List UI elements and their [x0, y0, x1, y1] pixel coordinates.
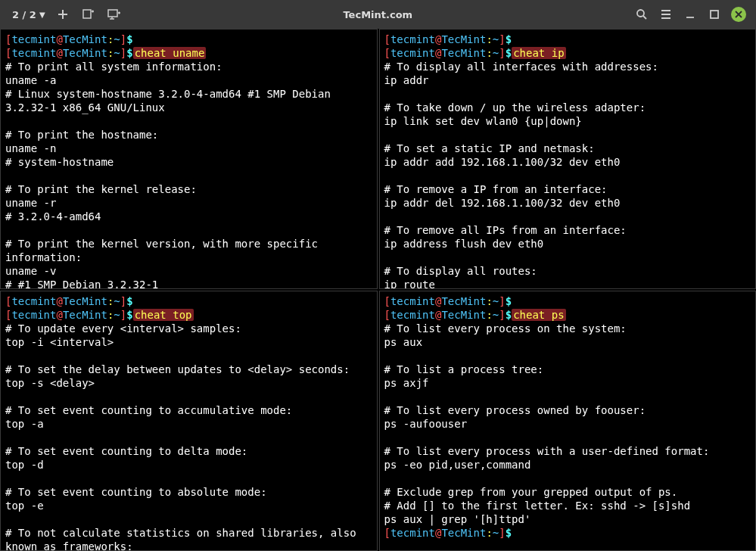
titlebar-right-group [630, 3, 750, 26]
window-title: TecMint.com [126, 9, 630, 20]
maximize-button[interactable] [703, 3, 726, 26]
terminal-pane-grid: [tecmint@TecMint:~]$ [tecmint@TecMint:~]… [0, 29, 756, 551]
svg-rect-0 [83, 10, 91, 18]
titlebar-left-group: 2 / 2 ▼ [6, 3, 126, 26]
close-button[interactable] [727, 3, 750, 26]
search-icon[interactable] [630, 3, 653, 26]
terminal-pane-top-right[interactable]: [tecmint@TecMint:~]$ [tecmint@TecMint:~]… [379, 29, 757, 289]
broadcast-icon[interactable] [103, 3, 126, 26]
tab-indicator[interactable]: 2 / 2 ▼ [6, 9, 48, 20]
menu-icon[interactable] [655, 3, 677, 26]
terminal-pane-top-left[interactable]: [tecmint@TecMint:~]$ [tecmint@TecMint:~]… [0, 29, 378, 289]
tab-count-text: 2 / 2 [12, 9, 36, 20]
new-window-icon[interactable] [77, 3, 100, 26]
minimize-button[interactable] [679, 3, 702, 26]
new-tab-button[interactable] [51, 3, 74, 26]
svg-rect-1 [108, 10, 117, 17]
svg-rect-3 [711, 11, 718, 18]
close-icon [731, 7, 746, 22]
svg-point-2 [637, 10, 644, 17]
chevron-down-icon: ▼ [39, 11, 45, 19]
terminal-pane-bottom-left[interactable]: [tecmint@TecMint:~]$ [tecmint@TecMint:~]… [0, 291, 378, 551]
terminal-pane-bottom-right[interactable]: [tecmint@TecMint:~]$ [tecmint@TecMint:~]… [379, 291, 757, 551]
titlebar: 2 / 2 ▼ TecMint.com [0, 0, 756, 29]
